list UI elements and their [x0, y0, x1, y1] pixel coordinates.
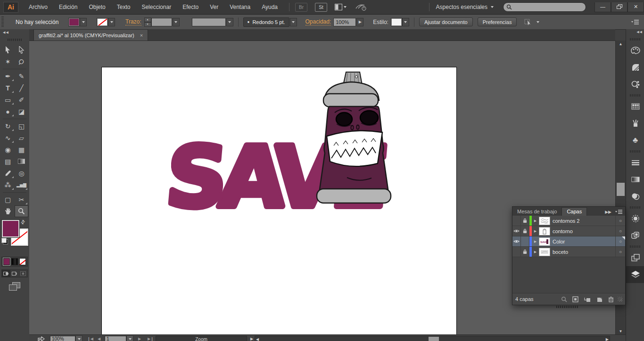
- eraser-tool[interactable]: ◪: [15, 106, 28, 117]
- scroll-down-icon[interactable]: ▼: [616, 329, 626, 333]
- layer-name[interactable]: boceto: [553, 249, 615, 255]
- vertical-scroll-thumb[interactable]: [617, 183, 625, 196]
- last-artboard-button[interactable]: ▶❙: [148, 336, 154, 341]
- opacity-label[interactable]: Opacidad:: [305, 18, 331, 25]
- panel-transparency[interactable]: [626, 188, 644, 205]
- stepper-up-icon[interactable]: ▲: [144, 17, 151, 22]
- menu-archivo[interactable]: Archivo: [23, 0, 53, 14]
- column-graph-tool[interactable]: ▂▅▇: [15, 179, 28, 191]
- next-artboard-button[interactable]: ▶: [138, 336, 141, 341]
- shape-builder-tool[interactable]: ◉: [1, 144, 15, 155]
- bridge-button[interactable]: Br: [295, 3, 307, 12]
- fill-color-dropdown[interactable]: [80, 18, 87, 26]
- stroke-color-swatch[interactable]: [97, 18, 107, 26]
- brush-definition-dropdown[interactable]: ● Redondo 5 pt.: [243, 17, 289, 27]
- rotate-tool[interactable]: ↻: [1, 120, 15, 132]
- layer-thumbnail[interactable]: SAVE: [539, 237, 550, 246]
- dock-drag-handle[interactable]: [556, 306, 578, 308]
- statusbar-flyout-button[interactable]: [38, 336, 45, 341]
- stroke-color-dropdown[interactable]: [108, 18, 115, 26]
- menu-seleccionar[interactable]: Seleccionar: [136, 0, 177, 14]
- pen-tool[interactable]: ✒: [1, 70, 15, 82]
- menu-objeto[interactable]: Objeto: [83, 0, 111, 14]
- panel-symbols[interactable]: ♣: [626, 132, 644, 149]
- zoom-tool[interactable]: [15, 205, 28, 217]
- eyedropper-tool[interactable]: [1, 167, 15, 179]
- draw-normal-mode[interactable]: [2, 270, 10, 277]
- swap-fill-stroke-icon[interactable]: ⇄: [19, 219, 27, 226]
- line-segment-tool[interactable]: ╱: [15, 82, 28, 94]
- tab-mesas-de-trabajo[interactable]: Mesas de trabajo: [512, 208, 561, 216]
- stepper-down-icon[interactable]: ▼: [144, 22, 151, 27]
- panel-appearance[interactable]: [626, 210, 644, 227]
- control-panel-menu-icon[interactable]: [631, 19, 639, 25]
- stroke-weight-field[interactable]: [151, 18, 172, 26]
- stroke-weight-label[interactable]: Trazo:: [125, 18, 141, 25]
- opacity-field[interactable]: 100%: [333, 18, 356, 26]
- preferences-button[interactable]: Preferencias: [478, 17, 517, 26]
- layer-thumbnail[interactable]: [539, 227, 550, 235]
- default-fill-stroke-icon[interactable]: [1, 238, 8, 244]
- panel-graphic-styles[interactable]: [626, 227, 644, 244]
- layer-thumbnail[interactable]: [539, 248, 550, 256]
- layer-thumbnail[interactable]: [539, 217, 550, 225]
- panel-grip[interactable]: [1, 16, 4, 27]
- menu-ventana[interactable]: Ventana: [224, 0, 256, 14]
- artboard-number-dropdown[interactable]: [126, 335, 133, 341]
- horizontal-scrollbar[interactable]: ◀ ▶: [255, 336, 610, 341]
- paintbrush-tool[interactable]: ✐: [15, 94, 28, 106]
- panel-color-guide[interactable]: [626, 59, 644, 76]
- lock-toggle[interactable]: [521, 226, 529, 236]
- panel-grip[interactable]: [8, 39, 22, 41]
- locate-object-icon[interactable]: [561, 296, 567, 302]
- workspace-switcher[interactable]: Aspectos esenciales: [436, 4, 494, 10]
- scroll-up-icon[interactable]: ▲: [616, 42, 626, 46]
- panel-artboards[interactable]: [626, 249, 644, 266]
- scroll-right-icon[interactable]: ▶: [606, 337, 609, 341]
- width-profile-dropdown[interactable]: [226, 18, 233, 26]
- restore-button[interactable]: [611, 2, 627, 12]
- stroke-weight-dropdown[interactable]: [173, 18, 180, 26]
- style-swatch[interactable]: [391, 18, 402, 26]
- blob-brush-tool[interactable]: ●: [1, 106, 15, 117]
- tab-close-icon[interactable]: ×: [140, 32, 143, 38]
- pencil-tool[interactable]: ✎: [15, 70, 28, 82]
- collapse-tools-icon[interactable]: ◀◀: [0, 29, 29, 38]
- expand-triangle-icon[interactable]: ▶: [532, 229, 539, 233]
- magic-wand-tool[interactable]: ✶: [1, 56, 15, 67]
- zoom-level-dropdown[interactable]: [75, 335, 83, 341]
- panel-color[interactable]: [626, 42, 644, 59]
- minimize-button[interactable]: —: [594, 2, 611, 12]
- expand-triangle-icon[interactable]: ▶: [532, 250, 539, 254]
- expand-panels-icon[interactable]: ◀◀: [626, 29, 644, 37]
- artboard-tool[interactable]: ▢: [1, 194, 15, 205]
- panel-resize-grip[interactable]: [618, 297, 622, 301]
- layer-row-contornos-2[interactable]: ▶ contornos 2 ○: [512, 216, 625, 226]
- zoom-level-control[interactable]: 100%: [50, 336, 83, 341]
- direct-selection-tool[interactable]: [15, 44, 28, 56]
- draw-inside-mode[interactable]: [19, 270, 27, 277]
- zoom-level-value[interactable]: 100%: [50, 336, 75, 341]
- fill-swatch[interactable]: [2, 220, 19, 237]
- width-profile-field[interactable]: [192, 18, 226, 26]
- layer-row-contorno[interactable]: ▶ contorno ○: [512, 226, 625, 236]
- lasso-tool[interactable]: Ϙ: [15, 56, 28, 67]
- panel-menu-icon[interactable]: [615, 210, 622, 214]
- align-options-icon[interactable]: [523, 18, 534, 26]
- stroke-weight-stepper[interactable]: ▲ ▼: [144, 17, 151, 27]
- lock-toggle[interactable]: [521, 236, 529, 246]
- visibility-toggle[interactable]: [512, 216, 521, 226]
- panel-swatches[interactable]: [626, 98, 644, 115]
- width-tool[interactable]: ∿: [1, 132, 15, 144]
- menu-texto[interactable]: Texto: [111, 0, 136, 14]
- target-circle-icon[interactable]: ○: [615, 226, 625, 236]
- menu-ver[interactable]: Ver: [204, 0, 224, 14]
- slice-tool[interactable]: ✂: [15, 194, 28, 205]
- target-circle-icon[interactable]: ○: [615, 247, 625, 257]
- panel-brushes[interactable]: [626, 115, 644, 132]
- rectangle-tool[interactable]: ▭: [1, 94, 15, 106]
- tab-capas[interactable]: Capas: [561, 207, 587, 216]
- artboard-nav-control[interactable]: 1: [105, 336, 133, 341]
- brush-definition-arrow[interactable]: [290, 18, 297, 26]
- menu-edicion[interactable]: Edición: [53, 0, 83, 14]
